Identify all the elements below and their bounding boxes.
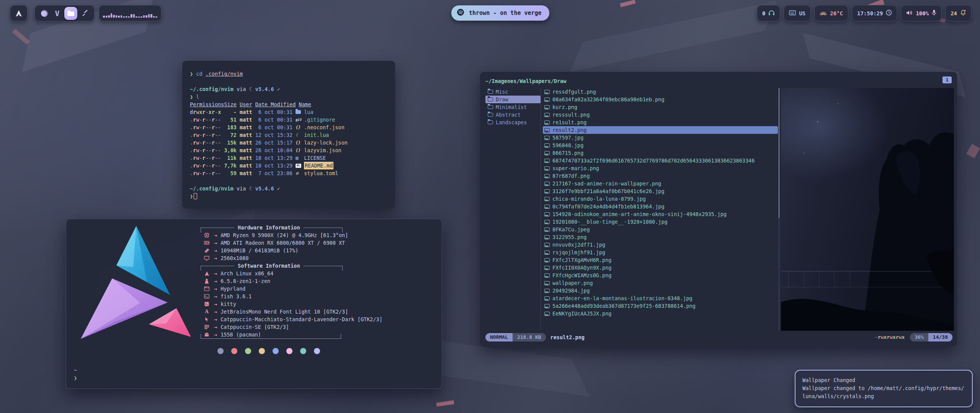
list-item[interactable]: 866715.png — [543, 149, 778, 157]
list-item[interactable]: 3122955.png — [543, 233, 778, 241]
list-item[interactable]: 3126f7e9bbf21a8a4af0b67b041c6e26.jpg — [543, 187, 778, 195]
file-list-pane: ressdfgult.png 08a634fa02a32364f69ebc86a… — [543, 88, 778, 317]
memory-value: 10948MiB / 64183MiB (17%) — [220, 247, 298, 254]
file-name: 5a266e448add93deab367d87173e9f25-6837886… — [552, 302, 696, 310]
system-fetch-window[interactable]: Hardware Information →AMD Ryzen 9 5900X … — [66, 219, 442, 389]
hardware-title: Hardware Information — [238, 224, 300, 231]
image-file-icon — [544, 98, 550, 102]
list-item[interactable]: 68747470733a2f2f696d616765732d7769786d70… — [543, 157, 778, 164]
file-row: .rw-r--r-- 15k matt 26 oct 15:17 lazy-lo… — [190, 139, 387, 146]
launcher-button[interactable] — [10, 5, 28, 21]
palette-dot — [314, 348, 320, 354]
app-firefox-button[interactable] — [39, 8, 50, 19]
app-files-button[interactable] — [64, 7, 77, 20]
weather-module[interactable]: 26°C — [814, 5, 848, 21]
folder-icon — [488, 90, 493, 94]
fetch-shell-prompt[interactable]: ~ ❯ — [74, 366, 77, 382]
list-item[interactable]: rsjqojlmjhf91.jpg — [543, 249, 778, 256]
app-paint-button[interactable] — [79, 8, 90, 19]
firefox-icon — [40, 9, 49, 18]
file-size: 72 — [224, 131, 237, 139]
keyboard-layout-module[interactable]: US — [784, 5, 811, 21]
notifications-count: 24 — [951, 10, 957, 16]
file-name: result2.png — [552, 126, 586, 134]
list-item[interactable]: nnvuv0xj2df71.jpg — [543, 241, 778, 249]
folder-name: Landscapes — [496, 119, 527, 126]
list-item[interactable]: resssult.png — [543, 111, 778, 119]
file-date: 18 oct 13:29 — [255, 162, 293, 169]
terminal-color-palette — [217, 348, 320, 354]
tab-indicator[interactable]: 1 — [942, 76, 952, 83]
file-name: 866715.png — [552, 149, 583, 157]
list-item[interactable]: EeNKYgIUcAAJ5JX.png — [543, 310, 778, 317]
app-vim-button[interactable]: V — [52, 8, 63, 19]
list-item[interactable]: kurz.png — [543, 103, 778, 111]
file-name: stylua.toml — [304, 169, 338, 177]
headset-module[interactable]: 0 — [757, 5, 780, 21]
terminal-input-line[interactable]: ❯ — [190, 192, 387, 200]
file-name: lua — [304, 108, 313, 116]
fetch-row-packages: →1558 (pacman) — [201, 331, 430, 338]
list-item[interactable]: 87r687df.png — [543, 172, 778, 180]
section-bottom-border — [201, 338, 341, 339]
list-item[interactable]: FXfcJlTXgAMvH6R.png — [543, 256, 778, 264]
sidebar-folder[interactable]: Misc — [485, 88, 541, 96]
fetch-row-os: →Arch Linux x86_64 — [201, 270, 430, 277]
notifications-module[interactable]: 24 — [945, 5, 972, 21]
sidebar-folder[interactable]: Landscapes — [485, 119, 541, 126]
fetch-row-font: A →JetBrainsMono Nerd Font Light 10 [GTK… — [201, 308, 430, 315]
file-name: 20492984.jpg — [552, 287, 590, 294]
folder-icon — [488, 120, 493, 124]
scrollbar-thumb[interactable] — [779, 88, 779, 218]
list-item[interactable]: 154928-odinokoe_anime-art-anime-okno-sin… — [543, 210, 778, 218]
list-item[interactable]: 596848.jpg — [543, 141, 778, 149]
window-icon — [203, 286, 210, 291]
sidebar-folder[interactable]: Draw — [485, 96, 541, 103]
list-item[interactable]: 0c794faf07de24a4db4d4fb1eb813964.jpg — [543, 203, 778, 210]
list-item[interactable]: super-mario.png — [543, 164, 778, 172]
scrollbar[interactable] — [779, 88, 779, 330]
list-item[interactable]: chica-mirando-la-luna-8799.jpg — [543, 195, 778, 203]
cursor-position: 14/38 — [928, 333, 952, 341]
volume-module[interactable]: 100% — [901, 5, 942, 21]
file-permissions: .rw-r--r-- — [190, 139, 224, 146]
list-item[interactable]: FXfcHgcWIAMzs0G.png — [543, 272, 778, 279]
list-item[interactable]: wallpaper.png — [543, 279, 778, 287]
fetch-row-terminal: →kitty — [201, 300, 430, 308]
notification-popup[interactable]: Wallpaper Changed Wallpaper changed to /… — [795, 370, 973, 407]
terminal-window[interactable]: ❯ cd .config/nvim ~/.config/nvim via ☾ v… — [182, 61, 395, 208]
parent-folders-pane: Misc Draw Minimalist Abstract Landscapes — [485, 88, 541, 126]
folder-name: Misc — [496, 88, 508, 96]
file-date: 7 oct 23:06 — [255, 169, 293, 177]
image-file-icon — [544, 166, 550, 171]
file-name: super-mario.png — [552, 164, 599, 172]
list-item[interactable]: 08a634fa02a32364f69ebc86a98eb1eb.png — [543, 96, 778, 103]
file-name: ressdfgult.png — [552, 88, 596, 96]
list-item[interactable]: 19201080-__blue-tinge__-1920×1080.jpg — [543, 218, 778, 226]
palette-dot — [259, 348, 265, 354]
list-item[interactable]: result2.png — [543, 126, 778, 134]
media-player-widget[interactable]: thrown - on the verge — [451, 5, 549, 21]
gtk-theme-value: Catppuccin-SE [GTK2/3] — [220, 323, 289, 331]
list-item[interactable]: 20492984.jpg — [543, 287, 778, 294]
clock-module[interactable]: 17:50:29 — [852, 5, 897, 21]
pane-separator — [541, 88, 541, 330]
sidebar-folder[interactable]: Minimalist — [485, 103, 541, 111]
list-item[interactable]: ressdfgult.png — [543, 88, 778, 96]
list-item[interactable]: 5a266e448add93deab367d87173e9f25-6837886… — [543, 302, 778, 310]
file-permissions: .rw-r--r-- — [190, 162, 224, 169]
image-file-icon — [544, 312, 550, 316]
list-item[interactable]: 587597.jpg — [543, 134, 778, 141]
file-name: 154928-odinokoe_anime-art-anime-okno-sin… — [552, 210, 727, 218]
file-name: 3126f7e9bbf21a8a4af0b67b041c6e26.jpg — [552, 187, 665, 195]
list-item[interactable]: 8FKa7Cu.jpeg — [543, 226, 778, 233]
audio-visualizer[interactable] — [99, 5, 162, 21]
sidebar-folder[interactable]: Abstract — [485, 111, 541, 119]
file-name: re1sult.png — [552, 119, 586, 126]
font-value: JetBrainsMono Nerd Font Light 10 [GTK2/3… — [220, 308, 348, 315]
list-item[interactable]: FXfcII0X0AQyn9X.png — [543, 264, 778, 272]
list-item[interactable]: 217167-sad-anime-rain-wallpaper.png — [543, 180, 778, 187]
list-item[interactable]: re1sult.png — [543, 119, 778, 126]
file-manager-window[interactable]: ~/Imagenes/Wallpapers/Draw 1 Misc Draw M… — [480, 72, 957, 346]
list-item[interactable]: atardecer-en-la-montanas-ilustracion-634… — [543, 294, 778, 302]
